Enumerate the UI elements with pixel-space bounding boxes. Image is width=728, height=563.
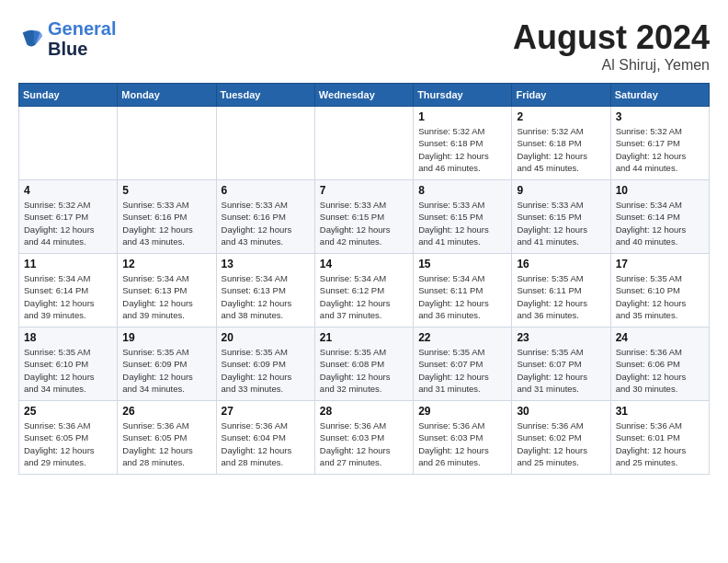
calendar-week-row: 25Sunrise: 5:36 AM Sunset: 6:05 PM Dayli…: [19, 401, 710, 475]
calendar-table: SundayMondayTuesdayWednesdayThursdayFrid…: [18, 83, 710, 475]
calendar-cell: 30Sunrise: 5:36 AM Sunset: 6:02 PM Dayli…: [512, 401, 610, 475]
day-number: 5: [122, 184, 210, 197]
day-info: Sunrise: 5:36 AM Sunset: 6:03 PM Dayligh…: [320, 419, 408, 468]
calendar-week-row: 4Sunrise: 5:32 AM Sunset: 6:17 PM Daylig…: [19, 180, 710, 254]
day-info: Sunrise: 5:35 AM Sunset: 6:07 PM Dayligh…: [517, 346, 605, 395]
day-number: 13: [222, 258, 310, 270]
day-info: Sunrise: 5:35 AM Sunset: 6:09 PM Dayligh…: [222, 346, 310, 395]
day-info: Sunrise: 5:35 AM Sunset: 6:07 PM Dayligh…: [418, 346, 506, 395]
day-info: Sunrise: 5:35 AM Sunset: 6:08 PM Dayligh…: [320, 346, 408, 395]
day-number: 2: [517, 110, 605, 123]
day-info: Sunrise: 5:32 AM Sunset: 6:17 PM Dayligh…: [24, 199, 112, 247]
day-info: Sunrise: 5:36 AM Sunset: 6:03 PM Dayligh…: [418, 419, 506, 468]
day-info: Sunrise: 5:33 AM Sunset: 6:15 PM Dayligh…: [517, 199, 605, 247]
day-of-week-header: Thursday: [414, 84, 512, 107]
calendar-cell: [216, 107, 314, 180]
day-info: Sunrise: 5:32 AM Sunset: 6:18 PM Dayligh…: [517, 125, 605, 174]
calendar-cell: 6Sunrise: 5:33 AM Sunset: 6:16 PM Daylig…: [216, 180, 314, 254]
calendar-cell: 26Sunrise: 5:36 AM Sunset: 6:05 PM Dayli…: [118, 401, 216, 475]
calendar-cell: 16Sunrise: 5:35 AM Sunset: 6:11 PM Dayli…: [512, 254, 610, 327]
day-info: Sunrise: 5:33 AM Sunset: 6:15 PM Dayligh…: [320, 199, 408, 247]
day-number: 26: [122, 405, 210, 418]
calendar-cell: 7Sunrise: 5:33 AM Sunset: 6:15 PM Daylig…: [314, 180, 413, 254]
day-info: Sunrise: 5:34 AM Sunset: 6:11 PM Dayligh…: [418, 272, 506, 321]
day-number: 10: [616, 184, 704, 197]
day-number: 15: [418, 258, 506, 270]
day-number: 19: [122, 331, 210, 344]
calendar-cell: 17Sunrise: 5:35 AM Sunset: 6:10 PM Dayli…: [610, 254, 709, 327]
day-info: Sunrise: 5:36 AM Sunset: 6:01 PM Dayligh…: [616, 419, 704, 468]
day-number: 20: [222, 331, 310, 344]
day-info: Sunrise: 5:34 AM Sunset: 6:14 PM Dayligh…: [616, 199, 704, 247]
day-number: 8: [418, 184, 506, 197]
calendar-cell: [118, 107, 216, 180]
calendar-cell: 24Sunrise: 5:36 AM Sunset: 6:06 PM Dayli…: [610, 327, 709, 401]
day-info: Sunrise: 5:36 AM Sunset: 6:06 PM Dayligh…: [616, 346, 704, 395]
logo-icon: [18, 26, 44, 52]
day-number: 21: [320, 331, 408, 344]
day-info: Sunrise: 5:36 AM Sunset: 6:05 PM Dayligh…: [24, 419, 112, 468]
day-number: 31: [616, 405, 704, 418]
day-number: 27: [222, 405, 310, 418]
calendar-cell: 3Sunrise: 5:32 AM Sunset: 6:17 PM Daylig…: [610, 107, 709, 180]
calendar-cell: 13Sunrise: 5:34 AM Sunset: 6:13 PM Dayli…: [216, 254, 314, 327]
day-info: Sunrise: 5:35 AM Sunset: 6:09 PM Dayligh…: [122, 346, 210, 395]
calendar-cell: [314, 107, 413, 180]
day-number: 30: [517, 405, 605, 418]
page-header: General Blue August 2024 Al Shiruj, Yeme…: [18, 18, 710, 74]
day-info: Sunrise: 5:36 AM Sunset: 6:04 PM Dayligh…: [222, 419, 310, 468]
day-of-week-header: Wednesday: [314, 84, 413, 107]
day-of-week-header: Friday: [512, 84, 610, 107]
day-number: 25: [24, 405, 112, 418]
day-number: 14: [320, 258, 408, 270]
day-info: Sunrise: 5:33 AM Sunset: 6:16 PM Dayligh…: [222, 199, 310, 247]
day-info: Sunrise: 5:32 AM Sunset: 6:17 PM Dayligh…: [616, 125, 704, 174]
logo: General Blue: [18, 18, 116, 59]
day-info: Sunrise: 5:34 AM Sunset: 6:13 PM Dayligh…: [122, 272, 210, 321]
day-number: 28: [320, 405, 408, 418]
calendar-week-row: 1Sunrise: 5:32 AM Sunset: 6:18 PM Daylig…: [19, 107, 710, 180]
page-title: August 2024: [513, 18, 710, 57]
calendar-cell: 28Sunrise: 5:36 AM Sunset: 6:03 PM Dayli…: [314, 401, 413, 475]
calendar-week-row: 18Sunrise: 5:35 AM Sunset: 6:10 PM Dayli…: [19, 327, 710, 401]
calendar-cell: 23Sunrise: 5:35 AM Sunset: 6:07 PM Dayli…: [512, 327, 610, 401]
day-info: Sunrise: 5:36 AM Sunset: 6:05 PM Dayligh…: [122, 419, 210, 468]
day-info: Sunrise: 5:33 AM Sunset: 6:16 PM Dayligh…: [122, 199, 210, 247]
day-info: Sunrise: 5:33 AM Sunset: 6:15 PM Dayligh…: [418, 199, 506, 247]
calendar-cell: 27Sunrise: 5:36 AM Sunset: 6:04 PM Dayli…: [216, 401, 314, 475]
calendar-cell: 8Sunrise: 5:33 AM Sunset: 6:15 PM Daylig…: [414, 180, 512, 254]
calendar-header-row: SundayMondayTuesdayWednesdayThursdayFrid…: [19, 84, 710, 107]
day-number: 16: [517, 258, 605, 270]
day-number: 1: [418, 110, 506, 123]
calendar-cell: 2Sunrise: 5:32 AM Sunset: 6:18 PM Daylig…: [512, 107, 610, 180]
day-number: 7: [320, 184, 408, 197]
calendar-cell: 15Sunrise: 5:34 AM Sunset: 6:11 PM Dayli…: [414, 254, 512, 327]
title-block: August 2024 Al Shiruj, Yemen: [513, 18, 710, 74]
calendar-cell: 31Sunrise: 5:36 AM Sunset: 6:01 PM Dayli…: [610, 401, 709, 475]
day-info: Sunrise: 5:34 AM Sunset: 6:12 PM Dayligh…: [320, 272, 408, 321]
day-info: Sunrise: 5:35 AM Sunset: 6:11 PM Dayligh…: [517, 272, 605, 321]
day-number: 6: [222, 184, 310, 197]
calendar-cell: 18Sunrise: 5:35 AM Sunset: 6:10 PM Dayli…: [19, 327, 118, 401]
day-number: 12: [122, 258, 210, 270]
day-number: 18: [24, 331, 112, 344]
calendar-cell: 11Sunrise: 5:34 AM Sunset: 6:14 PM Dayli…: [19, 254, 118, 327]
calendar-cell: 20Sunrise: 5:35 AM Sunset: 6:09 PM Dayli…: [216, 327, 314, 401]
calendar-week-row: 11Sunrise: 5:34 AM Sunset: 6:14 PM Dayli…: [19, 254, 710, 327]
calendar-cell: [19, 107, 118, 180]
day-info: Sunrise: 5:35 AM Sunset: 6:10 PM Dayligh…: [24, 346, 112, 395]
day-number: 22: [418, 331, 506, 344]
day-of-week-header: Tuesday: [216, 84, 314, 107]
day-number: 17: [616, 258, 704, 270]
calendar-cell: 5Sunrise: 5:33 AM Sunset: 6:16 PM Daylig…: [118, 180, 216, 254]
page-subtitle: Al Shiruj, Yemen: [513, 57, 710, 74]
day-of-week-header: Sunday: [19, 84, 118, 107]
calendar-cell: 21Sunrise: 5:35 AM Sunset: 6:08 PM Dayli…: [314, 327, 413, 401]
day-number: 4: [24, 184, 112, 197]
day-info: Sunrise: 5:36 AM Sunset: 6:02 PM Dayligh…: [517, 419, 605, 468]
day-number: 24: [616, 331, 704, 344]
calendar-cell: 14Sunrise: 5:34 AM Sunset: 6:12 PM Dayli…: [314, 254, 413, 327]
calendar-cell: 19Sunrise: 5:35 AM Sunset: 6:09 PM Dayli…: [118, 327, 216, 401]
calendar-cell: 10Sunrise: 5:34 AM Sunset: 6:14 PM Dayli…: [610, 180, 709, 254]
day-info: Sunrise: 5:32 AM Sunset: 6:18 PM Dayligh…: [418, 125, 506, 174]
